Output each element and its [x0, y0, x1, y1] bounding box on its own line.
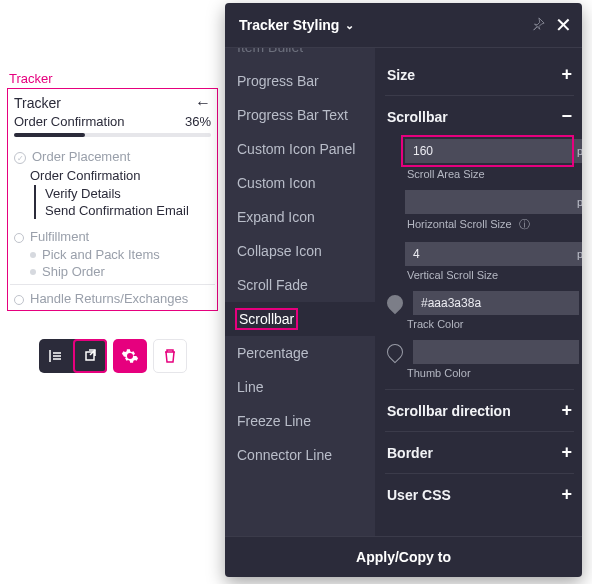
group-scrollbar[interactable]: Scrollbar −: [387, 106, 572, 127]
cat-percentage[interactable]: Percentage: [225, 336, 375, 370]
popout-icon: [82, 348, 98, 364]
trash-icon: [162, 348, 178, 364]
horizontal-scroll-input[interactable]: [405, 190, 571, 214]
panel-title[interactable]: Tracker Styling ⌄: [239, 17, 354, 33]
substep-email[interactable]: Send Confirmation Email: [45, 202, 215, 219]
step-label: Order Confirmation: [30, 168, 141, 183]
edit-button[interactable]: [73, 339, 107, 373]
gear-icon: [121, 347, 139, 365]
dot-icon: [14, 295, 24, 305]
dot-icon: [14, 233, 24, 243]
cat-scrollbar[interactable]: Scrollbar: [225, 302, 375, 336]
align-icon: [48, 348, 64, 364]
group-label: Border: [387, 445, 433, 461]
tracker-title: Tracker: [14, 95, 61, 111]
horizontal-scroll-label: Horizontal Scroll Size ⓘ: [407, 217, 572, 232]
plus-icon: +: [561, 442, 572, 463]
step-order-confirmation[interactable]: Order Confirmation: [10, 166, 215, 185]
step-order-placement[interactable]: ✓ Order Placement: [10, 147, 215, 166]
tracker-caption: Tracker: [7, 71, 218, 86]
group-label: User CSS: [387, 487, 451, 503]
substep-verify[interactable]: Verify Details: [45, 185, 215, 202]
thumb-color-label: Thumb Color: [407, 367, 572, 379]
plus-icon: +: [561, 64, 572, 85]
check-icon: ✓: [14, 152, 26, 164]
step-fulfillment[interactable]: Fulfillment: [10, 227, 215, 246]
settings-button[interactable]: [113, 339, 147, 373]
unit-label: px: [571, 190, 582, 214]
group-border[interactable]: Border +: [387, 442, 572, 463]
cat-progress-bar[interactable]: Progress Bar: [225, 64, 375, 98]
back-arrow-icon[interactable]: ←: [195, 94, 211, 112]
step-label: Order Placement: [32, 149, 130, 164]
group-label: Scrollbar: [387, 109, 448, 125]
group-size[interactable]: Size +: [387, 64, 572, 85]
close-icon[interactable]: ✕: [555, 13, 572, 37]
cat-collapse-icon[interactable]: Collapse Icon: [225, 234, 375, 268]
info-icon[interactable]: ⓘ: [519, 218, 530, 230]
scroll-area-size-label: Scroll Area Size: [407, 168, 572, 180]
chevron-down-icon: ⌄: [345, 19, 354, 32]
plus-icon: +: [561, 400, 572, 421]
panel-header: Tracker Styling ⌄ ✕: [225, 3, 582, 48]
tracker-toolbar: [7, 339, 218, 373]
cat-item-bullet[interactable]: Item Bullet: [225, 48, 375, 64]
bullet-pick-pack[interactable]: Pick and Pack Items: [30, 246, 215, 263]
cat-connector-line[interactable]: Connector Line: [225, 438, 375, 472]
cat-scroll-fade[interactable]: Scroll Fade: [225, 268, 375, 302]
apply-copy-button[interactable]: Apply/Copy to: [225, 536, 582, 577]
cat-freeze-line[interactable]: Freeze Line: [225, 404, 375, 438]
plus-icon: +: [561, 484, 572, 505]
cat-custom-icon-panel[interactable]: Custom Icon Panel: [225, 132, 375, 166]
style-category-list[interactable]: Item Bullet Progress Bar Progress Bar Te…: [225, 48, 375, 536]
group-user-css[interactable]: User CSS +: [387, 484, 572, 505]
tracker-percent: 36%: [185, 114, 211, 129]
vertical-scroll-label: Vertical Scroll Size: [407, 269, 572, 281]
cat-progress-bar-text[interactable]: Progress Bar Text: [225, 98, 375, 132]
pin-icon[interactable]: [531, 17, 545, 34]
unit-label: px: [571, 139, 582, 163]
scroll-area-size-input[interactable]: [405, 139, 571, 163]
tracker-subtitle: Order Confirmation: [14, 114, 125, 129]
styling-panel: Tracker Styling ⌄ ✕ Item Bullet Progress…: [225, 3, 582, 577]
tracker-preview: Tracker Tracker ← Order Confirmation 36%…: [7, 71, 218, 373]
tracker-card: Tracker ← Order Confirmation 36% ✓ Order…: [7, 88, 218, 311]
progress-fill: [14, 133, 85, 137]
track-color-label: Track Color: [407, 318, 572, 330]
vertical-scroll-input[interactable]: [405, 242, 571, 266]
bullet-ship[interactable]: Ship Order: [30, 263, 215, 280]
group-scrollbar-direction[interactable]: Scrollbar direction +: [387, 400, 572, 421]
unit-label: px: [571, 242, 582, 266]
panel-title-text: Tracker Styling: [239, 17, 339, 33]
minus-icon: −: [561, 106, 572, 127]
thumb-color-input[interactable]: [413, 340, 579, 364]
drop-icon: [384, 292, 407, 315]
cat-expand-icon[interactable]: Expand Icon: [225, 200, 375, 234]
cat-line[interactable]: Line: [225, 370, 375, 404]
step-label: Handle Returns/Exchanges: [30, 291, 188, 306]
group-label: Scrollbar direction: [387, 403, 511, 419]
progress-bar: [14, 133, 211, 137]
group-label: Size: [387, 67, 415, 83]
cat-custom-icon[interactable]: Custom Icon: [225, 166, 375, 200]
style-properties: Size + Scrollbar − px Scroll Area Size: [375, 48, 582, 536]
step-returns[interactable]: Handle Returns/Exchanges: [10, 289, 215, 308]
align-button[interactable]: [39, 339, 73, 373]
track-color-input[interactable]: [413, 291, 579, 315]
step-label: Fulfillment: [30, 229, 89, 244]
delete-button[interactable]: [153, 339, 187, 373]
drop-icon: [384, 341, 407, 364]
